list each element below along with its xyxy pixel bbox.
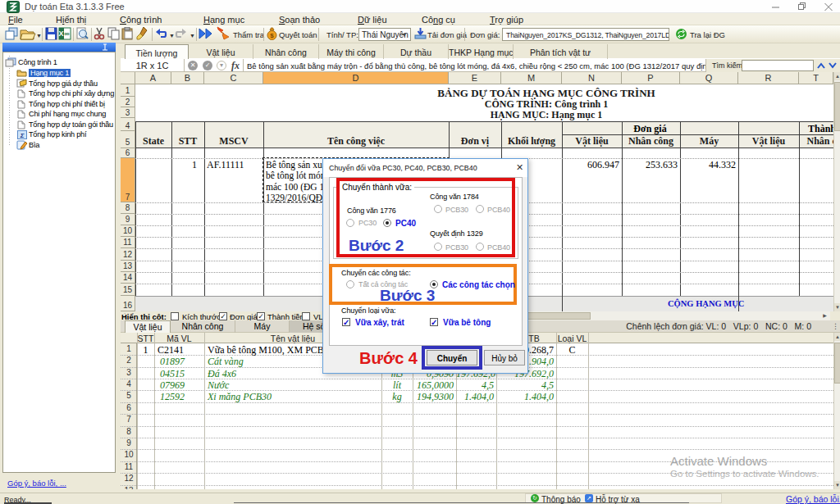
svg-text:∞: ∞ [64, 30, 70, 38]
svg-text:$: $ [270, 32, 274, 39]
svg-text:Σ: Σ [20, 132, 25, 139]
svg-text:X: X [58, 30, 63, 38]
